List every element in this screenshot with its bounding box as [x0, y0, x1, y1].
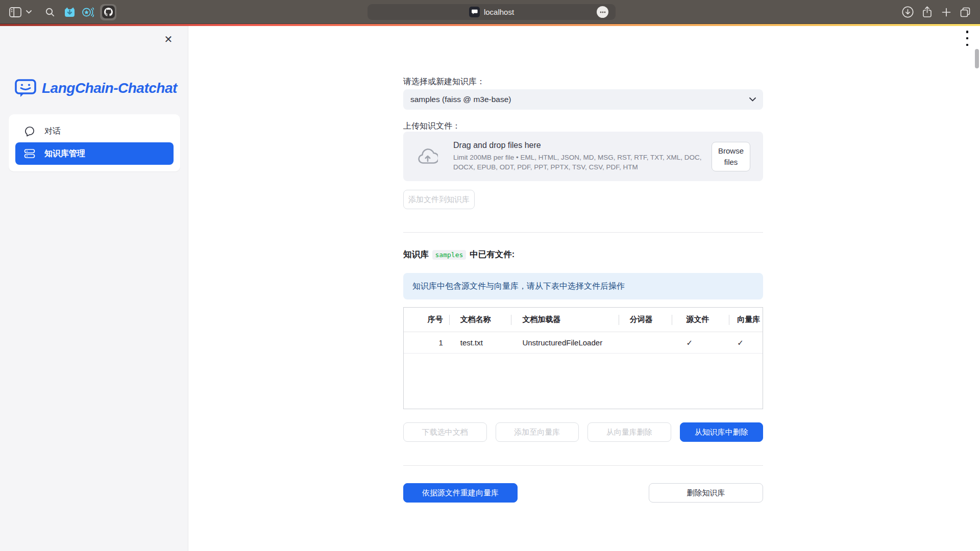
address-more-icon[interactable] — [597, 6, 608, 18]
cell-vector-check: ✓ — [729, 332, 763, 354]
table-row[interactable]: 1 test.txt UnstructuredFileLoader ✓ ✓ — [404, 332, 763, 354]
rebuild-vector-store-button[interactable]: 依据源文件重建向量库 — [403, 483, 518, 503]
app-logo: LangChain-Chatchat — [14, 78, 177, 98]
delete-from-kb-button[interactable]: 从知识库中删除 — [680, 422, 764, 442]
logo-bubble-icon — [14, 78, 37, 98]
chat-bubble-icon — [24, 126, 35, 137]
file-dropzone[interactable]: Drag and drop files here Limit 200MB per… — [403, 132, 763, 181]
browse-files-button[interactable]: Browse files — [712, 142, 750, 171]
database-stack-icon — [24, 148, 35, 159]
info-text: 知识库中包含源文件与向量库，请从下表中选择文件后操作 — [412, 281, 625, 292]
dropzone-limit-text: Limit 200MB per file • EML, HTML, JSON, … — [453, 153, 721, 171]
col-header: 序号 — [404, 308, 449, 332]
github-active-badge — [100, 4, 116, 20]
address-bar[interactable]: localhost — [368, 4, 616, 20]
cell-source-check: ✓ — [672, 332, 729, 354]
cloud-upload-icon — [418, 148, 438, 165]
address-url: localhost — [484, 8, 514, 16]
divider — [403, 232, 763, 233]
file-action-buttons: 下载选中文档 添加至向量库 从向量库删除 从知识库中删除 — [403, 422, 763, 442]
add-to-vector-store-button[interactable]: 添加至向量库 — [496, 422, 579, 442]
octocat-icon — [102, 6, 115, 18]
sidebar-item-knowledge-base[interactable]: 知识库管理 — [15, 142, 174, 165]
search-icon[interactable] — [44, 0, 56, 24]
sidebar-menu: 对话 知识库管理 — [9, 114, 180, 171]
col-header: 文档加载器 — [511, 308, 618, 332]
add-files-to-kb-button[interactable]: 添加文件到知识库 — [403, 190, 475, 209]
cell-loader: UnstructuredFileLoader — [511, 332, 618, 354]
screen: localhost — [0, 0, 980, 551]
kb-select-dropdown[interactable]: samples (faiss @ m3e-base) — [403, 89, 763, 110]
sidebar: ✕ LangChain-Chatchat 对话 — [0, 26, 188, 551]
chevron-down-icon[interactable] — [24, 0, 33, 24]
upload-label: 上传知识文件： — [403, 121, 460, 132]
scrollbar-thumb[interactable] — [975, 49, 979, 68]
kb-files-heading: 知识库 samples 中已有文件: — [403, 249, 514, 260]
chevron-down-icon — [749, 97, 756, 102]
sidebar-close-icon[interactable]: ✕ — [161, 32, 176, 46]
sidebar-item-chat[interactable]: 对话 — [15, 120, 174, 142]
col-header: 源文件 — [672, 308, 729, 332]
site-favicon-icon — [469, 7, 480, 17]
divider — [403, 465, 763, 466]
main-content: 请选择或新建知识库： samples (faiss @ m3e-base) 上传… — [403, 26, 763, 551]
table-header-row: 序号 文档名称 文档加载器 分词器 源文件 向量库 — [404, 308, 763, 332]
sidebar-item-label: 对话 — [44, 126, 61, 137]
new-tab-icon[interactable] — [940, 0, 953, 24]
sidebar-item-label: 知识库管理 — [44, 148, 85, 159]
delete-kb-button[interactable]: 删除知识库 — [649, 483, 763, 503]
logo-text: LangChain-Chatchat — [42, 80, 177, 96]
col-header: 分词器 — [619, 308, 672, 332]
kb-selected-value: samples (faiss @ m3e-base) — [410, 95, 511, 104]
col-header: 向量库 — [729, 308, 763, 332]
info-alert: 知识库中包含源文件与向量库，请从下表中选择文件后操作 — [403, 273, 763, 299]
browser-toolbar: localhost — [0, 0, 980, 24]
dropzone-title: Drag and drop files here — [453, 141, 721, 150]
page-menu-kebab-icon[interactable] — [962, 31, 972, 46]
sidebar-toggle-icon[interactable] — [8, 0, 22, 24]
col-header: 文档名称 — [449, 308, 511, 332]
kb-select-label: 请选择或新建知识库： — [403, 77, 485, 87]
tabs-overview-icon[interactable] — [958, 0, 972, 24]
cell-index: 1 — [404, 332, 449, 354]
extension-github-icon[interactable] — [99, 0, 117, 24]
share-icon[interactable] — [920, 0, 934, 24]
extension-cat-icon[interactable] — [63, 0, 76, 24]
download-selected-button[interactable]: 下载选中文档 — [403, 422, 487, 442]
cell-filename: test.txt — [449, 332, 511, 354]
download-icon[interactable] — [901, 0, 914, 24]
kb-name-code: samples — [432, 250, 467, 260]
kb-files-table: 序号 文档名称 文档加载器 分词器 源文件 向量库 1 test.txt Uns… — [403, 307, 763, 409]
cell-splitter — [619, 332, 672, 354]
remove-from-vector-store-button[interactable]: 从向量库删除 — [587, 422, 671, 442]
extension-waves-icon[interactable] — [81, 0, 94, 24]
